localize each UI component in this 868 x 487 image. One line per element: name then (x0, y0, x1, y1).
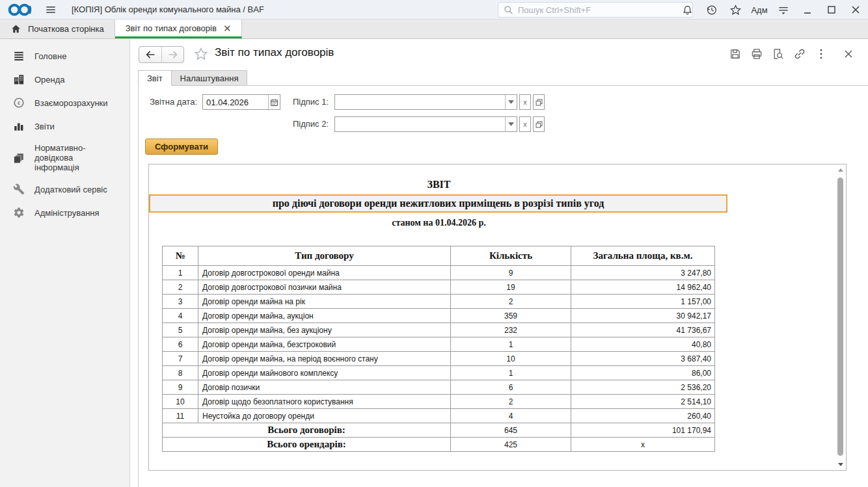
report-date-input[interactable] (203, 95, 268, 109)
sidebar-item-holovne[interactable]: Головне (0, 44, 129, 68)
calendar-icon[interactable] (268, 95, 280, 109)
cell-area[interactable]: 2 536,20 (571, 380, 715, 395)
cell-name[interactable]: Договір оренди майна на рік (198, 295, 451, 309)
totals-label[interactable]: Всього орендарів: (163, 438, 451, 452)
cell-name[interactable]: Договір довгострокової оренди майна (198, 266, 451, 280)
cell-name[interactable]: Договір щодо безоплатного користування (198, 395, 451, 409)
cell-qty[interactable]: 4 (451, 409, 571, 423)
col-contract-type[interactable]: Тип договору (198, 246, 451, 266)
search-input[interactable]: Пошук Ctrl+Shift+F (498, 2, 693, 18)
signature1-open-button[interactable] (533, 94, 545, 110)
tab-zvit[interactable]: Звіт (138, 70, 172, 86)
report-date-line[interactable]: станом на 01.04.2026 р. (149, 218, 729, 228)
cell-area[interactable]: 86,00 (571, 366, 715, 380)
favorite-page-star-icon[interactable] (194, 47, 208, 64)
cell-name[interactable]: Договір оренди майна, на період воєнного… (198, 352, 451, 366)
cell-qty[interactable]: 1 (451, 366, 571, 380)
cell-area[interactable]: 2 514,10 (571, 395, 715, 409)
cell-area[interactable]: 14 962,40 (571, 280, 715, 295)
cell-name[interactable]: Договір оренди майна, без аукціону (198, 323, 451, 337)
cell-num[interactable]: 10 (163, 395, 198, 409)
generate-button[interactable]: Сформувати (145, 138, 218, 155)
cell-qty[interactable]: 232 (451, 323, 571, 337)
cell-qty[interactable]: 10 (451, 352, 571, 366)
tab-nalashtuvannya[interactable]: Налаштування (172, 70, 248, 86)
forward-button[interactable] (161, 47, 183, 62)
cell-name[interactable]: Неустойка до договору оренди (198, 409, 451, 423)
signature2-input[interactable] (335, 117, 505, 131)
cell-num[interactable]: 3 (163, 295, 198, 309)
cell-qty[interactable]: 19 (451, 280, 571, 295)
signature2-dropdown-icon[interactable] (505, 117, 517, 131)
sidebar-item-administruvannya[interactable]: Адміністрування (0, 201, 129, 224)
tab-report-active[interactable]: Звіт по типах договорів ✕ (115, 20, 243, 38)
cell-area[interactable]: 1 157,00 (571, 295, 715, 309)
link-icon[interactable] (793, 47, 806, 60)
cell-num[interactable]: 11 (163, 409, 198, 423)
cell-name[interactable]: Договір позички (198, 380, 451, 395)
back-button[interactable] (139, 47, 161, 62)
totals-area[interactable]: x (571, 438, 715, 452)
cell-num[interactable]: 8 (163, 366, 198, 380)
cell-name[interactable]: Договір оренди майна, безстроковий (198, 337, 451, 352)
signature2-clear-button[interactable]: x (519, 116, 531, 132)
sidebar-item-zvity[interactable]: Звіти (0, 114, 129, 138)
scroll-down-icon[interactable] (838, 463, 843, 466)
scroll-up-icon[interactable] (838, 168, 843, 172)
scrollbar-thumb[interactable] (837, 178, 843, 456)
more-menu-icon[interactable] (815, 47, 828, 60)
cell-name[interactable]: Договір оренди майна, аукціон (198, 309, 451, 323)
notifications-bell-icon[interactable] (680, 3, 694, 17)
cell-qty[interactable]: 2 (451, 295, 571, 309)
tab-home-page[interactable]: Початкова сторінка (0, 20, 115, 38)
cell-name[interactable]: Договір довгострокової позички майна (198, 280, 451, 295)
totals-count[interactable]: 425 (451, 438, 571, 452)
cell-qty[interactable]: 2 (451, 395, 571, 409)
print-icon[interactable] (750, 47, 763, 60)
sidebar-item-vzaiemorozrakhunky[interactable]: є Взаєморозрахунки (0, 91, 129, 114)
signature1-clear-button[interactable]: x (519, 94, 531, 110)
close-form-icon[interactable] (842, 47, 855, 60)
cell-num[interactable]: 9 (163, 380, 198, 395)
totals-area[interactable]: 101 170,94 (571, 423, 715, 438)
cell-area[interactable]: 41 736,67 (571, 323, 715, 337)
user-menu[interactable]: Адм (752, 3, 766, 17)
cell-num[interactable]: 7 (163, 352, 198, 366)
minimize-button[interactable] (800, 3, 815, 17)
report-subtitle-selected-cell[interactable]: про діючі договори оренди нежитлових при… (149, 194, 727, 213)
service-menu-icon[interactable] (776, 3, 791, 17)
cell-qty[interactable]: 9 (451, 266, 571, 280)
col-quantity[interactable]: Кількість (451, 246, 571, 266)
cell-num[interactable]: 4 (163, 309, 198, 323)
main-hamburger-icon[interactable] (44, 3, 57, 16)
sidebar-item-dodatkovyi-servis[interactable]: Додатковий сервіс (0, 178, 129, 201)
signature1-input[interactable] (335, 95, 505, 109)
cell-area[interactable]: 40,80 (571, 337, 715, 352)
totals-count[interactable]: 645 (451, 423, 571, 438)
save-icon[interactable] (729, 47, 742, 60)
cell-area[interactable]: 3 247,80 (571, 266, 715, 280)
cell-area[interactable]: 3 687,40 (571, 352, 715, 366)
col-number[interactable]: № (163, 246, 198, 266)
report-title[interactable]: ЗВІТ (149, 179, 729, 191)
cell-num[interactable]: 6 (163, 337, 198, 352)
report-scrollbar[interactable] (836, 166, 845, 469)
history-icon[interactable] (704, 3, 718, 17)
signature2-open-button[interactable] (533, 116, 545, 132)
cell-qty[interactable]: 1 (451, 337, 571, 352)
sidebar-item-orenda[interactable]: Оренда (0, 68, 129, 91)
cell-name[interactable]: Договір оренди майнового комплексу (198, 366, 451, 380)
cell-area[interactable]: 260,40 (571, 409, 715, 423)
maximize-button[interactable] (824, 3, 839, 17)
tab-close-icon[interactable]: ✕ (223, 23, 232, 33)
cell-qty[interactable]: 359 (451, 309, 571, 323)
signature1-dropdown-icon[interactable] (505, 95, 517, 109)
col-total-area[interactable]: Загальна площа, кв.м. (571, 246, 715, 266)
favorites-star-icon[interactable] (728, 3, 742, 17)
close-window-button[interactable] (848, 3, 863, 17)
print-preview-icon[interactable] (772, 47, 785, 60)
cell-qty[interactable]: 6 (451, 380, 571, 395)
cell-area[interactable]: 30 942,17 (571, 309, 715, 323)
cell-num[interactable]: 5 (163, 323, 198, 337)
totals-label[interactable]: Всього договорів: (163, 423, 451, 438)
